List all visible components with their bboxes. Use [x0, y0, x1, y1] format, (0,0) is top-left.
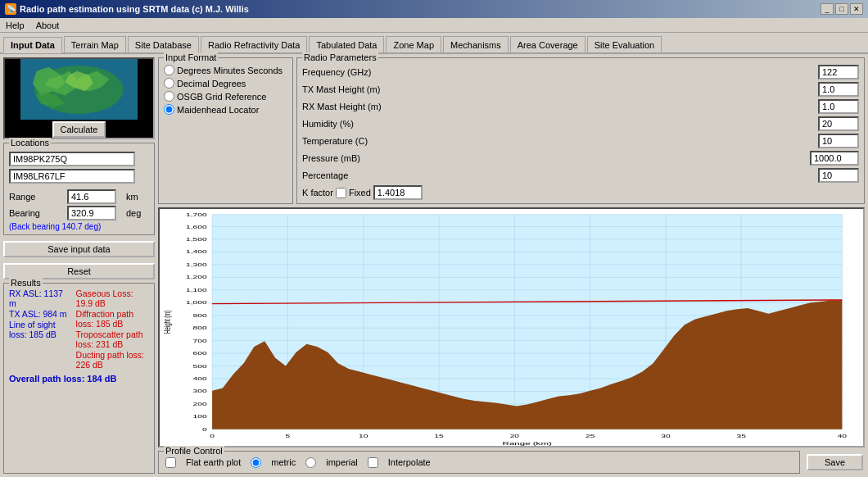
tab-mechanisms[interactable]: Mechanisms [443, 36, 509, 52]
radio-dd-label: Decimal Degrees [177, 79, 246, 89]
map-image [20, 59, 138, 120]
radio-params-label: Radio Parameters [302, 52, 378, 62]
percentage-label: Percentage [302, 170, 818, 180]
freq-input[interactable] [818, 65, 859, 80]
tab-terrain-map[interactable]: Terrain Map [64, 36, 126, 52]
svg-text:500: 500 [193, 364, 208, 369]
close-button[interactable]: ✕ [850, 3, 863, 15]
troposcatter-loss: Troposcatter path loss: 231 dB [76, 329, 149, 349]
freq-label: Frequency (GHz) [302, 67, 818, 77]
location1-input[interactable] [9, 152, 135, 166]
svg-text:800: 800 [193, 326, 208, 331]
radio-osgb-label: OSGB Grid Reference [177, 92, 266, 102]
svg-text:100: 100 [193, 415, 208, 420]
flat-earth-label: Flat earth plot [186, 457, 241, 467]
radio-dms[interactable] [164, 65, 174, 75]
rx-mast-input[interactable] [818, 99, 859, 114]
tx-asl: TX ASL: 984 m [9, 309, 70, 319]
interpolate-label: Interpolate [388, 457, 431, 467]
kfactor-fixed-checkbox[interactable] [336, 188, 346, 198]
radio-osgb[interactable] [164, 91, 174, 102]
locations-group-label: Locations [9, 138, 51, 148]
interpolate-checkbox[interactable] [368, 457, 378, 468]
svg-text:20: 20 [510, 434, 520, 438]
gaseous-loss: Gaseous Loss: 19.9 dB [76, 288, 149, 308]
tab-area-coverage[interactable]: Area Coverage [510, 36, 585, 52]
range-label: Range [9, 192, 66, 202]
save-button[interactable]: Save [807, 454, 863, 470]
temp-input[interactable] [818, 134, 859, 148]
svg-text:0: 0 [210, 434, 215, 438]
imperial-label: imperial [326, 457, 358, 467]
rx-mast-label: RX Mast Height (m) [302, 102, 818, 111]
svg-text:15: 15 [434, 434, 444, 438]
flat-earth-checkbox[interactable] [165, 457, 176, 468]
reset-button[interactable]: Reset [3, 263, 155, 279]
temp-label: Temperature (C) [302, 136, 818, 146]
line-of-sight: Line of sight loss: 185 dB [9, 320, 70, 339]
input-format-label: Input Format [164, 52, 218, 62]
kfactor-fixed-label: Fixed [349, 188, 371, 198]
tab-zone-map[interactable]: Zone Map [386, 36, 441, 52]
svg-text:25: 25 [585, 434, 595, 438]
imperial-radio[interactable] [305, 457, 316, 468]
svg-text:Range (km): Range (km) [503, 440, 552, 446]
kfactor-label: K factor [302, 188, 333, 198]
svg-text:35: 35 [737, 434, 747, 438]
humidity-label: Humidity (%) [302, 119, 818, 129]
humidity-input[interactable] [818, 116, 859, 131]
diffraction-loss: Diffraction path loss: 185 dB [76, 309, 149, 329]
svg-text:1,200: 1,200 [186, 275, 207, 280]
maximize-button[interactable]: □ [835, 3, 848, 15]
tx-mast-label: TX Mast Height (m) [302, 84, 818, 94]
tab-tabulated-data[interactable]: Tabulated Data [309, 36, 384, 52]
svg-text:0: 0 [202, 427, 207, 432]
svg-text:600: 600 [193, 352, 208, 357]
svg-text:1,600: 1,600 [186, 225, 207, 229]
menu-help[interactable]: Help [3, 20, 27, 31]
svg-text:200: 200 [193, 402, 208, 407]
overall-path-loss: Overall path loss: 184 dB [9, 374, 149, 384]
svg-text:1,000: 1,000 [186, 301, 207, 306]
svg-text:5: 5 [286, 434, 291, 438]
minimize-button[interactable]: _ [821, 3, 834, 15]
save-input-button[interactable]: Save input data [3, 241, 155, 257]
svg-text:30: 30 [661, 434, 671, 438]
tab-site-evaluation[interactable]: Site Evaluation [587, 36, 662, 52]
calculate-button[interactable]: Calculate [52, 121, 106, 138]
kfactor-input[interactable] [373, 185, 423, 200]
range-input[interactable] [67, 189, 116, 204]
back-bearing: (Back bearing 140.7 deg) [9, 222, 149, 231]
rx-asl: RX ASL: 1137 m [9, 288, 70, 308]
location2-input[interactable] [9, 169, 135, 184]
tx-mast-input[interactable] [818, 82, 859, 97]
svg-text:400: 400 [193, 376, 208, 381]
svg-text:10: 10 [359, 434, 368, 438]
svg-text:300: 300 [193, 389, 208, 394]
menu-bar: Help About [0, 18, 868, 33]
tab-input-data[interactable]: Input Data [3, 37, 62, 53]
results-group-label: Results [9, 278, 43, 288]
radio-dd[interactable] [164, 78, 174, 89]
pressure-label: Pressure (mB) [302, 153, 810, 163]
radio-maidenhead[interactable] [164, 104, 174, 115]
percentage-input[interactable] [818, 168, 859, 183]
metric-label: metric [271, 457, 296, 467]
app-title: Radio path estimation using SRTM data (c… [20, 4, 249, 14]
title-bar: 📡 Radio path estimation using SRTM data … [0, 0, 868, 18]
svg-text:40: 40 [838, 434, 848, 438]
pressure-input[interactable] [810, 151, 859, 166]
radio-maidenhead-label: Maidenhead Locator [177, 105, 259, 115]
tab-radio-refractivity[interactable]: Radio Refractivity Data [201, 36, 308, 52]
svg-text:1,300: 1,300 [186, 262, 207, 267]
map-container: Calculate [3, 57, 155, 139]
svg-text:Height (m): Height (m) [162, 311, 173, 334]
metric-radio[interactable] [251, 457, 261, 468]
bearing-input[interactable] [67, 206, 116, 220]
bearing-label: Bearing [9, 208, 66, 218]
menu-about[interactable]: About [34, 20, 62, 31]
profile-control-box: Profile Control Flat earth plot metric i… [158, 451, 800, 474]
tab-site-database[interactable]: Site Database [128, 36, 199, 52]
profile-control-label: Profile Control [164, 446, 224, 456]
radio-dms-label: Degrees Minutes Seconds [177, 66, 283, 75]
